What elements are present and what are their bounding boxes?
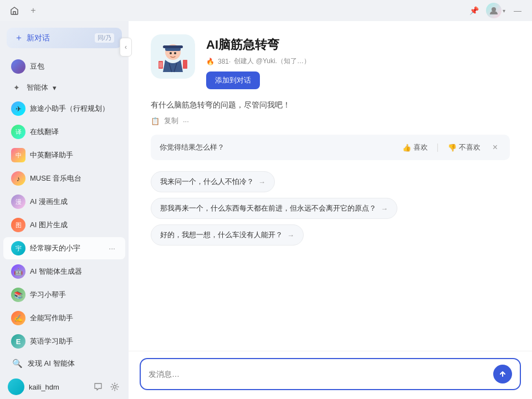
rating-close-button[interactable]: × bbox=[489, 141, 501, 154]
travel-label: 旅途小助手（行程规划） bbox=[30, 104, 117, 114]
sidebar-item-english[interactable]: E 英语学习助手 bbox=[3, 330, 125, 352]
study-avatar: 📚 bbox=[11, 288, 25, 302]
write-avatar: ✍ bbox=[11, 311, 25, 325]
svg-rect-9 bbox=[183, 60, 187, 69]
rating-divider: | bbox=[437, 142, 439, 152]
dislike-icon: 👎 bbox=[448, 144, 457, 152]
svg-rect-8 bbox=[159, 62, 162, 68]
discover-icon: 🔍 bbox=[11, 357, 23, 370]
write-label: 全能写作助手 bbox=[30, 313, 117, 323]
sidebar-discover[interactable]: 🔍 发现 AI 智能体 bbox=[3, 354, 125, 374]
titlebar: + 📌 ▾ — bbox=[0, 0, 532, 21]
minimize-button[interactable]: — bbox=[510, 3, 525, 18]
sidebar-item-study[interactable]: 📚 学习小帮手 bbox=[3, 284, 125, 306]
like-button[interactable]: 👍 喜欢 bbox=[398, 140, 432, 155]
user-avatar bbox=[8, 378, 24, 395]
cn-translate-avatar: 中 bbox=[11, 148, 25, 162]
settings-icon[interactable] bbox=[109, 381, 121, 393]
new-chat-button[interactable]: ＋ 新对话 同/乃 bbox=[7, 28, 122, 48]
xiaoyu-label: 经常聊天的小宇 bbox=[30, 243, 102, 253]
bottom-icons bbox=[92, 381, 121, 393]
add-to-chat-button[interactable]: 添加到对话 bbox=[206, 71, 260, 89]
chat-input-area bbox=[129, 351, 532, 399]
suggestion-item-0[interactable]: 我来问一个，什么人不怕冷？ → bbox=[151, 171, 275, 192]
bot-creator: 创建人 @Yuki.（知了…） bbox=[234, 57, 310, 66]
sidebar: ＋ 新对话 同/乃 豆包 ✦ 智能体 ▾ ✈ 旅途小助手（行程规划） 译 在线翻… bbox=[0, 21, 129, 399]
bot-description: 有什么脑筋急转弯的问题，尽管问我吧！ bbox=[151, 100, 510, 110]
like-icon: 👍 bbox=[402, 144, 411, 152]
suggestion-arrow-0: → bbox=[258, 178, 265, 186]
new-tab-button[interactable]: + bbox=[27, 4, 40, 17]
suggestions-list: 我来问一个，什么人不怕冷？ → 那我再来一个，什么东西每天都在前进，但永远不会离… bbox=[151, 171, 510, 245]
suggestion-text-2: 好的，我想一想，什么车没有人能开？ bbox=[160, 230, 283, 240]
home-button[interactable] bbox=[7, 3, 22, 18]
suggestion-arrow-1: → bbox=[381, 204, 388, 213]
smart-body-label: 智能体 bbox=[27, 83, 48, 93]
ai-image-avatar: 图 bbox=[11, 218, 25, 232]
sidebar-item-cn-translate[interactable]: 中 中英翻译助手 bbox=[3, 144, 125, 166]
message-icon[interactable] bbox=[92, 381, 104, 393]
svg-point-11 bbox=[174, 52, 176, 54]
ai-image-label: AI 图片生成 bbox=[30, 220, 117, 230]
sidebar-item-ai-image[interactable]: 图 AI 图片生成 bbox=[3, 214, 125, 236]
bot-stats: 381· bbox=[218, 58, 231, 65]
sparkle-icon: ✦ bbox=[11, 82, 22, 93]
sidebar-item-doubao[interactable]: 豆包 bbox=[3, 55, 125, 78]
sidebar-item-music[interactable]: ♪ MUSE 音乐电台 bbox=[3, 167, 125, 190]
ai-gen-label: AI 智能体生成器 bbox=[30, 267, 117, 277]
svg-point-0 bbox=[492, 7, 496, 12]
suggestion-item-1[interactable]: 那我再来一个，什么东西每天都在前进，但永远不会离开它的原点？ → bbox=[151, 198, 397, 219]
bot-info: AI脑筋急转弯 🔥 381· 创建人 @Yuki.（知了…） 添加到对话 bbox=[206, 34, 310, 89]
sidebar-item-ai-manga[interactable]: 漫 AI 漫画生成 bbox=[3, 191, 125, 213]
sidebar-item-smart-body[interactable]: ✦ 智能体 ▾ bbox=[3, 79, 125, 96]
english-avatar: E bbox=[11, 334, 25, 349]
pin-icon[interactable]: 📌 bbox=[466, 3, 482, 18]
suggestion-item-2[interactable]: 好的，我想一想，什么车没有人能开？ → bbox=[151, 224, 304, 245]
main-layout: ＋ 新对话 同/乃 豆包 ✦ 智能体 ▾ ✈ 旅途小助手（行程规划） 译 在线翻… bbox=[0, 21, 532, 399]
bot-header: AI脑筋急转弯 🔥 381· 创建人 @Yuki.（知了…） 添加到对话 bbox=[151, 34, 510, 89]
ai-manga-label: AI 漫画生成 bbox=[30, 197, 117, 207]
input-wrapper bbox=[140, 358, 521, 390]
send-button[interactable] bbox=[493, 365, 512, 383]
user-avatar-button[interactable] bbox=[486, 3, 502, 18]
chevron-down-icon: ▾ bbox=[53, 84, 57, 92]
chat-content: AI脑筋急转弯 🔥 381· 创建人 @Yuki.（知了…） 添加到对话 有什么… bbox=[129, 21, 532, 351]
travel-avatar: ✈ bbox=[11, 101, 25, 116]
chat-area: ‹ bbox=[129, 21, 532, 399]
sidebar-item-xiaoyu[interactable]: 宇 经常聊天的小宇 ··· bbox=[3, 237, 125, 259]
chat-input[interactable] bbox=[149, 370, 489, 378]
avatar-chevron-icon: ▾ bbox=[503, 8, 505, 14]
svg-point-10 bbox=[170, 52, 172, 54]
rating-actions: 👍 喜欢 | 👎 不喜欢 × bbox=[398, 140, 502, 155]
like-label: 喜欢 bbox=[413, 142, 428, 152]
sidebar-item-translate[interactable]: 译 在线翻译 bbox=[3, 121, 125, 143]
suggestion-text-1: 那我再来一个，什么东西每天都在前进，但永远不会离开它的原点？ bbox=[160, 203, 376, 213]
bot-avatar bbox=[151, 34, 195, 79]
rating-bar: 你觉得结果怎么样？ 👍 喜欢 | 👎 不喜欢 × bbox=[151, 135, 510, 160]
discover-label: 发现 AI 智能体 bbox=[28, 359, 75, 369]
sidebar-bottom: kaili_hdm bbox=[0, 374, 129, 399]
svg-point-2 bbox=[114, 386, 116, 388]
new-chat-shortcut: 同/乃 bbox=[95, 33, 114, 43]
study-label: 学习小帮手 bbox=[30, 290, 117, 300]
ai-gen-avatar: 🤖 bbox=[11, 264, 25, 279]
music-label: MUSE 音乐电台 bbox=[30, 173, 117, 183]
translate-avatar: 译 bbox=[11, 125, 25, 139]
music-avatar: ♪ bbox=[11, 171, 25, 186]
collapse-sidebar-button[interactable]: ‹ bbox=[120, 38, 132, 57]
sidebar-item-travel[interactable]: ✈ 旅途小助手（行程规划） bbox=[3, 98, 125, 120]
translate-label: 在线翻译 bbox=[30, 127, 117, 137]
fire-icon: 🔥 bbox=[206, 58, 214, 65]
copy-row: 📋 复制 ··· bbox=[151, 116, 510, 126]
sidebar-item-ai-gen[interactable]: 🤖 AI 智能体生成器 bbox=[3, 260, 125, 283]
sidebar-item-write[interactable]: ✍ 全能写作助手 bbox=[3, 307, 125, 329]
dislike-button[interactable]: 👎 不喜欢 bbox=[443, 140, 485, 155]
more-options-icon[interactable]: ··· bbox=[106, 243, 117, 254]
svg-point-1 bbox=[13, 61, 24, 72]
bot-name: AI脑筋急转弯 bbox=[206, 37, 310, 53]
copy-icon[interactable]: 📋 bbox=[151, 117, 160, 125]
username-label: kaili_hdm bbox=[29, 383, 88, 391]
svg-rect-6 bbox=[163, 45, 183, 48]
more-icon[interactable]: ··· bbox=[183, 117, 189, 125]
suggestion-arrow-2: → bbox=[287, 231, 294, 239]
